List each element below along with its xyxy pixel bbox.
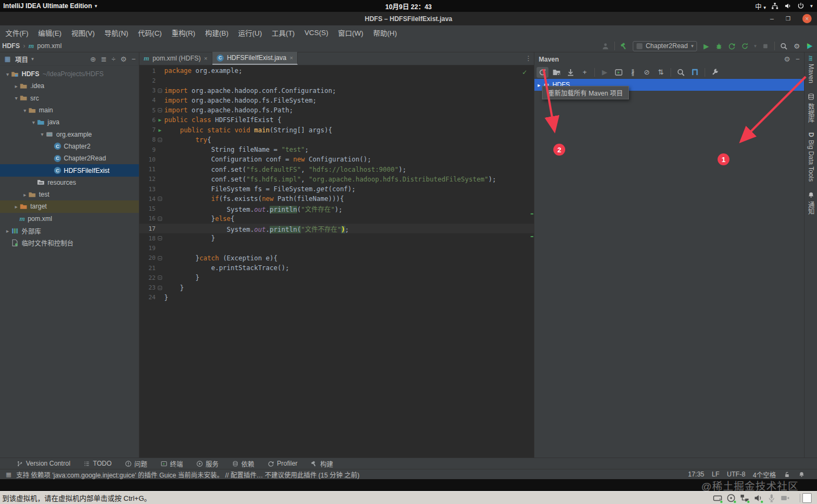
- menu-代码(C)[interactable]: 代码(C): [133, 26, 166, 39]
- fold-marker-icon[interactable]: [158, 286, 162, 290]
- os-clock[interactable]: 10月9日 22：43: [0, 2, 817, 11]
- tree-item-Chapter2Read[interactable]: CChapter2Read: [0, 152, 139, 164]
- chevron-right-icon[interactable]: ▸: [13, 204, 19, 210]
- code-line-18[interactable]: 18 }: [139, 233, 534, 243]
- code-line-8[interactable]: 8 try{: [139, 135, 534, 145]
- bottom-tool-服务[interactable]: 服务: [196, 459, 219, 468]
- tree-item-target[interactable]: ▸target: [0, 200, 139, 212]
- fold-marker-icon[interactable]: [158, 275, 162, 280]
- tab-pom.xml (HDFS)[interactable]: mpom.xml (HDFS)×: [139, 52, 212, 65]
- chevron-down-icon[interactable]: ▾: [30, 119, 37, 125]
- menu-VCS(S)[interactable]: VCS(S): [300, 27, 332, 38]
- execute-maven-goal-icon[interactable]: [613, 67, 625, 78]
- rerun-button[interactable]: [741, 42, 749, 50]
- tree-item-临时文件和控制台[interactable]: 临时文件和控制台: [0, 237, 139, 248]
- vm-camera-icon[interactable]: [780, 493, 790, 503]
- code-line-11[interactable]: 11 conf.set("fs.defaultFS", "hdfs://loca…: [139, 165, 534, 174]
- debug-button[interactable]: [715, 42, 723, 50]
- run-gutter-icon[interactable]: ▶: [158, 117, 161, 123]
- tab-options-icon[interactable]: ⋮: [525, 55, 532, 62]
- reload-all-maven-projects-icon[interactable]: [537, 67, 548, 78]
- tree-item-HDFS[interactable]: ▾HDFS~/IdeaProjects/HDFS: [0, 68, 139, 80]
- fold-marker-icon[interactable]: [158, 197, 162, 201]
- tree-item-.idea[interactable]: ▸.idea: [0, 80, 139, 92]
- notifications-icon[interactable]: [798, 471, 805, 478]
- fold-marker-icon[interactable]: [158, 89, 162, 93]
- code-line-3[interactable]: 3import org.apache.hadoop.conf.Configura…: [139, 86, 534, 96]
- tab-close-icon[interactable]: ×: [290, 55, 293, 61]
- maven-settings-icon[interactable]: [709, 67, 721, 78]
- locate-file-icon[interactable]: ⊕: [90, 55, 96, 63]
- collapse-all-icon[interactable]: ÷: [112, 55, 116, 63]
- line-separator-widget[interactable]: LF: [712, 471, 719, 478]
- vm-mic-icon[interactable]: [767, 493, 776, 503]
- code-line-23[interactable]: 23 }: [139, 283, 534, 293]
- code-line-21[interactable]: 21 e.printStackTrace();: [139, 263, 534, 273]
- vm-network-icon[interactable]: [740, 493, 749, 503]
- user-icon[interactable]: [601, 42, 610, 50]
- dependency-diagram-icon[interactable]: [689, 67, 701, 78]
- stripe-数据库[interactable]: 数据库: [806, 93, 815, 123]
- tree-item-Chapter2[interactable]: CChapter2: [0, 140, 139, 152]
- bottom-tool-Version Control[interactable]: Version Control: [16, 460, 70, 467]
- tree-item-java[interactable]: ▾java: [0, 116, 139, 128]
- code-line-4[interactable]: 4import org.apache.hadoop.fs.FileSystem;: [139, 96, 534, 105]
- analyze-dependencies-icon[interactable]: [675, 67, 687, 78]
- menu-导航(N)[interactable]: 导航(N): [100, 26, 132, 39]
- status-message[interactable]: 支持 依赖项 'java:com.google.inject:guice' 的插…: [16, 470, 359, 479]
- tool-windows-icon[interactable]: ▦: [4, 470, 13, 479]
- code-line-2[interactable]: 2: [139, 76, 534, 85]
- toggle-offline-mode-icon[interactable]: ⊘: [641, 67, 653, 78]
- panel-settings-icon[interactable]: ⚙: [120, 55, 127, 63]
- fold-marker-icon[interactable]: [158, 138, 162, 142]
- bottom-tool-构建[interactable]: 构建: [311, 459, 333, 468]
- expand-all-icon[interactable]: ≣: [101, 55, 107, 63]
- profiler-button[interactable]: [728, 42, 736, 50]
- minimize-button[interactable]: –: [770, 15, 774, 23]
- volume-icon[interactable]: [784, 2, 792, 10]
- code-line-1[interactable]: 1package org.example;: [139, 66, 534, 76]
- breadcrumb-file[interactable]: pom.xml: [37, 42, 62, 50]
- code-editor[interactable]: 1package org.example;23import org.apache…: [139, 66, 534, 303]
- code-line-15[interactable]: 15 System.out.println("文件存在");: [139, 204, 534, 214]
- network-icon[interactable]: [771, 2, 779, 10]
- ime-indicator[interactable]: 中 ▾: [755, 2, 766, 11]
- vm-sound-icon[interactable]: [753, 493, 763, 503]
- chevron-right-icon[interactable]: ▸: [22, 192, 28, 198]
- power-icon[interactable]: [797, 2, 805, 10]
- code-line-24[interactable]: 24}: [139, 293, 534, 303]
- chevron-right-icon[interactable]: ▸: [538, 82, 540, 88]
- fold-marker-icon[interactable]: [158, 236, 162, 240]
- search-everywhere-icon[interactable]: [780, 42, 788, 50]
- tab-close-icon[interactable]: ×: [204, 55, 207, 62]
- run-maven-build-icon[interactable]: ▶: [599, 67, 611, 78]
- code-line-14[interactable]: 14 if(fs.exists(new Path(fileName))){: [139, 194, 534, 204]
- tree-item-外部库[interactable]: ▸外部库: [0, 225, 139, 237]
- toggle-skip-tests-icon[interactable]: ∦: [627, 67, 639, 78]
- code-line-5[interactable]: 5import org.apache.hadoop.fs.Path;: [139, 105, 534, 115]
- breadcrumb-project[interactable]: HDFS: [2, 42, 20, 50]
- chevron-down-icon[interactable]: ▾: [13, 95, 19, 101]
- bottom-tool-TODO[interactable]: TODO: [83, 460, 111, 467]
- fold-marker-icon[interactable]: [158, 217, 162, 221]
- ide-logo-icon[interactable]: [806, 42, 814, 50]
- encoding-widget[interactable]: UTF-8: [727, 471, 745, 478]
- lock-icon[interactable]: [783, 471, 791, 478]
- close-button[interactable]: ×: [802, 14, 812, 23]
- code-line-17[interactable]: 17 System.out.println("文件不存在");: [139, 224, 534, 233]
- run-gutter-icon[interactable]: ▶: [158, 127, 161, 133]
- chevron-right-icon[interactable]: ▸: [13, 83, 19, 89]
- code-line-10[interactable]: 10 Configuration conf = new Configuratio…: [139, 154, 534, 164]
- chevron-down-icon[interactable]: ▾: [4, 71, 11, 77]
- chevron-down-icon[interactable]: ▾: [22, 107, 28, 113]
- generate-sources-icon[interactable]: [551, 67, 562, 78]
- code-line-6[interactable]: 6▶public class HDFSFileIfExist {: [139, 115, 534, 125]
- chevron-down-icon[interactable]: ▾: [39, 131, 45, 137]
- chevron-down-icon[interactable]: ▾: [31, 56, 34, 62]
- fold-marker-icon[interactable]: [158, 256, 162, 260]
- collapse-all-icon[interactable]: ⇅: [655, 67, 667, 78]
- stripe-Big Data Tools[interactable]: DBig Data Tools: [807, 132, 815, 182]
- chevron-down-icon[interactable]: ▾: [754, 43, 756, 49]
- inspections-ok-icon[interactable]: ✓: [522, 69, 527, 76]
- tab-HDFSFileIfExist.java[interactable]: CHDFSFileIfExist.java×: [212, 52, 298, 65]
